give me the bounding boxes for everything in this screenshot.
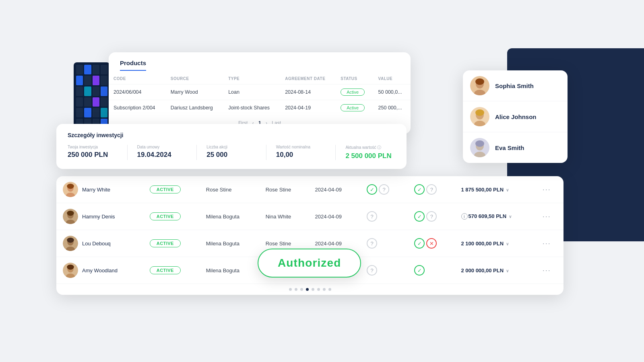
cell-menu[interactable]: ··· xyxy=(536,257,564,284)
x-icon: ✕ xyxy=(426,238,437,249)
mosaic-cell xyxy=(76,86,83,96)
status-badge: Active xyxy=(341,88,365,96)
cell-status: ACTIVE xyxy=(143,257,200,284)
cell-value: 250 000,... xyxy=(374,100,411,116)
mosaic-cell xyxy=(84,86,91,96)
person-name: Amy Woodland xyxy=(82,267,118,274)
metric-value: 2 500 000 PLN xyxy=(345,152,395,160)
cell-icons1: ? xyxy=(359,257,407,284)
cell-col2: Rose Stine xyxy=(259,176,309,203)
products-panel-title: Products xyxy=(120,60,146,70)
mosaic-cell xyxy=(101,76,107,85)
pagination-dot[interactable] xyxy=(323,288,326,291)
people-list-panel: Sophia Smith Alice Johnson Eva Smith xyxy=(463,70,568,163)
dropdown-arrow-icon: ∨ xyxy=(505,188,509,192)
status-badge: ACTIVE xyxy=(150,266,181,274)
list-item[interactable]: Eva Smith xyxy=(463,132,568,163)
question-icon: ? xyxy=(367,211,377,222)
mosaic-cell xyxy=(84,65,91,74)
more-options-icon[interactable]: ··· xyxy=(543,185,551,193)
dropdown-arrow-icon: ∨ xyxy=(505,269,509,273)
question-icon: ? xyxy=(379,184,389,195)
pagination-dot[interactable] xyxy=(289,288,292,291)
cell-source: Dariusz Landsberg xyxy=(166,100,223,116)
cell-menu[interactable]: ··· xyxy=(536,176,564,203)
col-agreement-date: AGREEMENT DATE xyxy=(280,73,336,84)
amount-value: 2 100 000,00 PLN ∨ xyxy=(461,241,509,247)
question-icon: ? xyxy=(426,184,437,195)
cell-status: ACTIVE xyxy=(143,203,200,230)
question-icon: ? xyxy=(426,211,437,222)
check-icon: ✓ xyxy=(414,265,425,276)
avatar xyxy=(63,236,78,251)
investment-panel: Szczegóły inwestycji Twoja inwestycja 25… xyxy=(56,124,407,169)
more-options-icon[interactable]: ··· xyxy=(543,212,551,220)
cell-menu[interactable]: ··· xyxy=(536,203,564,230)
cell-col1: Milena Boguta xyxy=(200,257,259,284)
cell-type: Joint-stock Shares xyxy=(223,100,280,116)
dropdown-arrow-icon: ∨ xyxy=(505,242,509,246)
svg-point-3 xyxy=(475,78,484,85)
cell-code: 2024/06/004 xyxy=(109,84,166,100)
cell-menu[interactable]: ··· xyxy=(536,230,564,257)
cell-col1: Milena Boguta xyxy=(200,230,259,257)
more-options-icon[interactable]: ··· xyxy=(543,266,551,274)
check-icon: ✓ xyxy=(414,184,425,195)
cell-icons1: ? xyxy=(359,230,407,257)
metric-item: Aktualna wartość ⓘ 2 500 000 PLN xyxy=(336,145,395,160)
cell-icons2: ✓ xyxy=(407,257,454,284)
list-item[interactable]: Sophia Smith xyxy=(463,70,568,101)
pagination-dot[interactable] xyxy=(306,288,309,291)
cell-code: Subscription 2/004 xyxy=(109,100,166,116)
cell-person: Amy Woodland xyxy=(56,257,143,284)
mosaic-cell xyxy=(93,86,99,96)
person-name: Sophia Smith xyxy=(495,82,534,89)
metric-item: Twoja inwestycja 250 000 PLN xyxy=(68,145,128,160)
status-badge: ACTIVE xyxy=(150,185,181,193)
cell-icons2: ✓? xyxy=(407,203,454,230)
cell-col1: Milena Boguta xyxy=(200,203,259,230)
pagination-dots xyxy=(56,284,564,295)
question-icon: ? xyxy=(367,265,377,276)
check-icon: ✓ xyxy=(414,211,425,222)
table-row[interactable]: 2024/06/004 Marry Wood Loan 2024-08-14 A… xyxy=(109,84,411,100)
col-source: SOURCE xyxy=(166,73,223,84)
col-status: STATUS xyxy=(336,73,373,84)
pagination-dot[interactable] xyxy=(295,288,297,291)
status-badge: Active xyxy=(341,104,365,111)
pagination-dot[interactable] xyxy=(300,288,303,291)
products-table: CODE SOURCE TYPE AGREEMENT DATE STATUS V… xyxy=(109,73,411,115)
list-item[interactable]: Alice Johnson xyxy=(463,101,568,132)
mosaic-cell xyxy=(93,97,99,107)
more-options-icon[interactable]: ··· xyxy=(543,239,551,247)
metric-label: Liczba akcji xyxy=(206,145,256,149)
cell-person: Marry White xyxy=(56,176,143,203)
metric-value: 19.04.2024 xyxy=(137,151,187,159)
metric-label: Data umowy xyxy=(137,145,187,149)
col-value: VALUE xyxy=(374,73,411,84)
cell-amount: 2 000 000,00 PLN ∨ xyxy=(455,257,536,284)
person-name: Marry White xyxy=(82,187,110,193)
cell-icons1: ✓? xyxy=(359,176,407,203)
metric-value: 250 000 PLN xyxy=(68,151,118,159)
pagination-dot[interactable] xyxy=(317,288,320,291)
cell-value: 50 000,0... xyxy=(374,84,411,100)
avatar xyxy=(470,76,489,95)
table-row[interactable]: Subscription 2/004 Dariusz Landsberg Joi… xyxy=(109,100,411,116)
mosaic-card xyxy=(74,62,110,131)
table-row[interactable]: Hammy Denis ACTIVE Milena Boguta Nina Wh… xyxy=(56,203,564,230)
cell-icons2: ✓✕ xyxy=(407,230,454,257)
mosaic-cell xyxy=(84,76,91,85)
mosaic-cell xyxy=(93,108,99,117)
avatar xyxy=(63,182,78,197)
pagination-dot[interactable] xyxy=(312,288,314,291)
pagination-dot[interactable] xyxy=(328,288,331,291)
metric-label: Aktualna wartość ⓘ xyxy=(345,145,395,150)
cell-source: Marry Wood xyxy=(166,84,223,100)
check-icon: ✓ xyxy=(414,238,425,249)
cell-person: Hammy Denis xyxy=(56,203,143,230)
person-name: Lou Debouq xyxy=(82,241,111,247)
dropdown-arrow-icon: ∨ xyxy=(508,214,512,219)
table-row[interactable]: Marry White ACTIVE Rose Stine Rose Stine… xyxy=(56,176,564,203)
mosaic-cell xyxy=(93,76,99,85)
